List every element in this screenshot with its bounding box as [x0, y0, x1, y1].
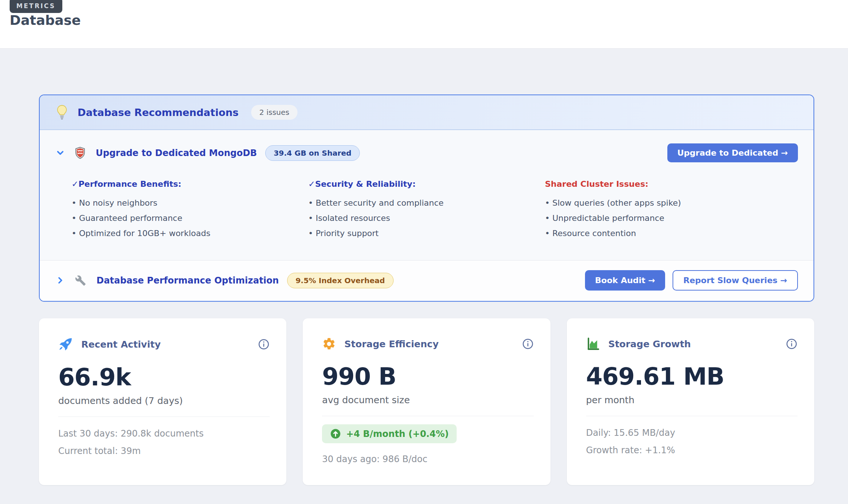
- metric-label: per month: [586, 395, 798, 405]
- metric-value: 66.9k: [58, 364, 270, 391]
- card-divider: [586, 416, 798, 416]
- benefit-bullet: Guaranteed performance: [72, 213, 308, 223]
- recommendations-header: Database Recommendations 2 issues: [40, 95, 814, 130]
- storage-growth-card: Storage Growth 469.61 MB per month Daily…: [567, 318, 814, 485]
- recommendation-optimization-title: Database Performance Optimization: [96, 275, 279, 286]
- shared-storage-badge: 39.4 GB on Shared: [265, 145, 360, 161]
- index-overhead-badge: 9.5% Index Overhead: [287, 273, 394, 288]
- lightbulb-icon: [56, 105, 68, 120]
- performance-benefits-column: ✓Performance Benefits: No noisy neighbor…: [72, 179, 308, 244]
- rocket-icon: [58, 337, 73, 352]
- issues-count-badge: 2 issues: [251, 105, 298, 120]
- metric-value: 469.61 MB: [586, 363, 798, 390]
- metric-value: 990 B: [322, 363, 533, 390]
- benefit-bullet: Optimized for 10GB+ workloads: [72, 229, 308, 238]
- info-icon[interactable]: [258, 338, 270, 350]
- trend-badge: +4 B/month (+0.4%): [322, 424, 456, 443]
- card-divider: [322, 416, 533, 416]
- card-title: Storage Efficiency: [344, 339, 438, 349]
- security-reliability-heading: ✓Security & Reliability:: [308, 179, 545, 189]
- page-title: Database: [10, 13, 81, 28]
- card-divider: [58, 417, 270, 417]
- metric-cards: Recent Activity 66.9k documents added (7…: [39, 318, 814, 485]
- chevron-down-icon[interactable]: [55, 148, 65, 158]
- storage-efficiency-card: Storage Efficiency 990 B avg document si…: [303, 318, 550, 485]
- footer-stat: Daily: 15.65 MB/day: [586, 424, 798, 442]
- report-slow-queries-button[interactable]: Report Slow Queries →: [673, 270, 798, 291]
- card-header: Storage Efficiency: [322, 337, 533, 351]
- footer-stat: 30 days ago: 986 B/doc: [322, 451, 533, 468]
- footer-stat: Current total: 39m: [58, 442, 270, 460]
- issue-bullet: Resource contention: [545, 229, 782, 238]
- metric-label: documents added (7 days): [58, 395, 270, 406]
- card-title: Storage Growth: [608, 339, 691, 349]
- card-title: Recent Activity: [81, 339, 161, 350]
- footer-stat: Last 30 days: 290.8k documents: [58, 425, 270, 442]
- chevron-right-icon[interactable]: [55, 275, 65, 285]
- issue-bullet: Unpredictable performance: [545, 213, 782, 223]
- performance-benefits-heading: ✓Performance Benefits:: [72, 179, 308, 189]
- page-header: METRICS Database: [0, 0, 848, 49]
- gear-icon: [322, 337, 336, 351]
- upgrade-detail-columns: ✓Performance Benefits: No noisy neighbor…: [55, 179, 798, 244]
- recommendations-panel: Database Recommendations 2 issues Upgrad…: [39, 94, 814, 302]
- shield-icon: [75, 147, 85, 159]
- shared-cluster-issues-column: Shared Cluster Issues: Slow queries (oth…: [545, 179, 782, 244]
- footer-stat: Growth rate: +1.1%: [586, 442, 798, 459]
- benefit-bullet: Isolated resources: [308, 213, 545, 223]
- info-icon[interactable]: [522, 338, 534, 350]
- metric-label: avg document size: [322, 395, 533, 405]
- recommendations-title: Database Recommendations: [78, 107, 239, 118]
- wrench-icon: [75, 275, 86, 286]
- metrics-kicker-badge: METRICS: [10, 0, 62, 13]
- recommendation-upgrade-title: Upgrade to Dedicated MongoDB: [96, 148, 257, 158]
- trend-value: +4 B/month (+0.4%): [346, 429, 448, 439]
- area-chart-icon: [586, 337, 600, 351]
- issue-bullet: Slow queries (other apps spike): [545, 198, 782, 208]
- up-arrow-circle-icon: [330, 428, 341, 440]
- security-reliability-column: ✓Security & Reliability: Better security…: [308, 179, 545, 244]
- upgrade-to-dedicated-button[interactable]: Upgrade to Dedicated →: [667, 143, 798, 162]
- recommendation-optimization-row[interactable]: Database Performance Optimization 9.5% I…: [40, 261, 814, 301]
- card-footer: Daily: 15.65 MB/day Growth rate: +1.1%: [586, 424, 798, 459]
- book-audit-button[interactable]: Book Audit →: [585, 270, 665, 291]
- benefit-bullet: Priority support: [308, 229, 545, 238]
- card-footer: Last 30 days: 290.8k documents Current t…: [58, 425, 270, 460]
- benefit-bullet: No noisy neighbors: [72, 198, 308, 208]
- optimization-actions: Book Audit → Report Slow Queries →: [585, 270, 798, 291]
- recent-activity-card: Recent Activity 66.9k documents added (7…: [39, 318, 286, 485]
- main-content: Database Recommendations 2 issues Upgrad…: [0, 49, 848, 485]
- card-header: Recent Activity: [58, 337, 270, 352]
- benefit-bullet: Better security and compliance: [308, 198, 545, 208]
- card-footer: 30 days ago: 986 B/doc: [322, 451, 533, 468]
- recommendation-upgrade-row[interactable]: Upgrade to Dedicated MongoDB 39.4 GB on …: [55, 143, 798, 162]
- info-icon[interactable]: [786, 338, 798, 350]
- card-header: Storage Growth: [586, 337, 798, 351]
- recommendation-upgrade-item: Upgrade to Dedicated MongoDB 39.4 GB on …: [40, 130, 814, 260]
- shared-cluster-issues-heading: Shared Cluster Issues:: [545, 179, 782, 189]
